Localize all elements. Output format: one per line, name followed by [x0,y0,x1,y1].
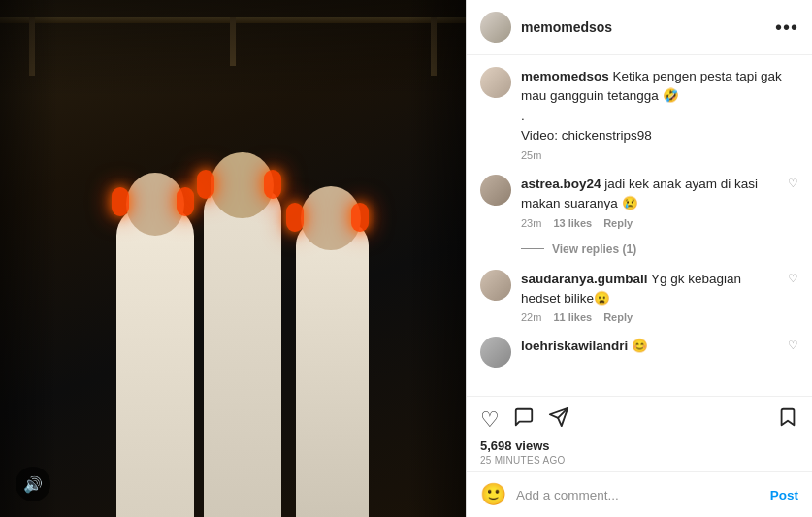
avatar-caption [480,67,511,98]
person-3 [281,168,388,517]
caption-username[interactable]: memomedsos [521,69,609,83]
comment-body-3: loehriskawilandri 😊 [521,337,778,368]
like-icon-2[interactable]: ♡ [788,272,798,324]
panel-header: memomedsos ••• [467,0,812,55]
comment-likes-2: 11 likes [553,311,592,323]
share-button[interactable] [548,406,569,434]
caption-time: 25m [521,149,798,161]
comment-username-1[interactable]: astrea.boy24 [521,177,601,191]
like-icon-1[interactable]: ♡ [788,177,798,229]
actions-bar: ♡ 5,698 views 25 MINUTES A [467,396,812,471]
reply-button-2[interactable]: Reply [603,311,633,323]
person-2 [189,129,296,517]
comment-item-2: saudaranya.gumball Yg gk kebagian hedset… [480,270,798,324]
reply-button-1[interactable]: Reply [603,217,633,229]
caption-video-credit: Video: chickenstrips98 [521,128,652,143]
avatar-comment-3 [480,337,511,368]
comment-username-3[interactable]: loehriskawilandri [521,339,628,353]
comment-time-1: 23m [521,217,541,229]
comment-item-3: loehriskawilandri 😊 ♡ [480,337,798,368]
caption-extra: . [521,109,525,123]
time-ago: 25 MINUTES AGO [480,455,798,466]
bookmark-button[interactable] [777,406,798,434]
comment-meta-2: 22m 11 likes Reply [521,311,778,323]
sound-button[interactable]: 🔊 [16,467,50,501]
headset-glow-2b [264,170,281,199]
comment-body-1: astrea.boy24 jadi kek anak ayam di kasi … [521,175,778,229]
view-replies-line [521,248,544,249]
avatar-comment-2 [480,270,511,301]
headset-glow-3a [286,203,304,232]
comment-button[interactable] [513,406,535,434]
views-count: 5,698 views [480,438,798,453]
headset-glow-2a [197,170,214,199]
header-more-options[interactable]: ••• [775,17,798,37]
avatar-comment-1 [480,175,511,206]
video-background [0,0,466,517]
view-replies-text[interactable]: View replies (1) [552,242,636,256]
comments-area: memomedsos Ketika pengen pesta tapi gak … [467,55,812,396]
sound-icon: 🔊 [23,475,43,494]
comment-input[interactable] [516,488,761,502]
add-comment-bar: 🙂 Post [467,471,812,517]
comment-text-1: astrea.boy24 jadi kek anak ayam di kasi … [521,175,778,214]
caption-block: memomedsos Ketika pengen pesta tapi gak … [480,67,798,161]
comment-text-2: saudaranya.gumball Yg gk kebagian hedset… [521,270,778,309]
comment-likes-1: 13 likes [553,217,592,229]
header-username[interactable]: memomedsos [521,19,775,35]
avatar-header [480,12,511,43]
post-button[interactable]: Post [770,488,798,502]
comment-text-3: loehriskawilandri 😊 [521,337,778,356]
caption-text: memomedsos Ketika pengen pesta tapi gak … [521,67,798,145]
like-button[interactable]: ♡ [480,407,500,433]
headset-glow-3b [351,203,369,232]
comment-time-2: 22m [521,311,541,323]
view-replies-1[interactable]: View replies (1) [521,242,798,256]
action-icons: ♡ [480,406,798,434]
headset-glow-1a [112,187,129,216]
comment-meta-1: 23m 13 likes Reply [521,217,778,229]
like-icon-3[interactable]: ♡ [788,339,798,368]
comment-body-2: saudaranya.gumball Yg gk kebagian hedset… [521,270,778,324]
comment-item: astrea.boy24 jadi kek anak ayam di kasi … [480,175,798,229]
video-panel: 🔊 [0,0,466,517]
comment-username-2[interactable]: saudaranya.gumball [521,272,648,286]
info-panel: memomedsos ••• memomedsos Ketika pengen … [466,0,812,517]
emoji-button[interactable]: 🙂 [480,482,506,507]
